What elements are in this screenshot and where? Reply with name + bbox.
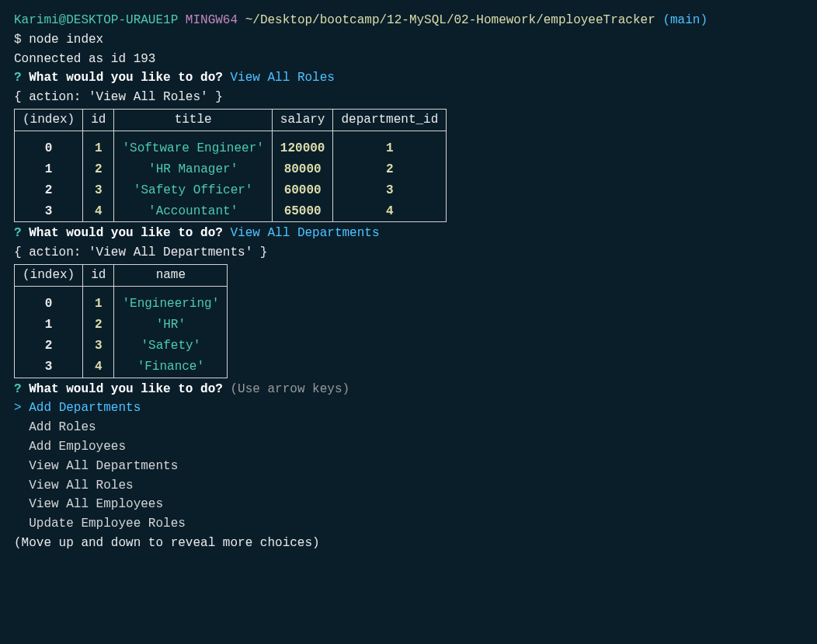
prompt-question-3[interactable]: ? What would you like to do? (Use arrow …	[14, 380, 803, 399]
pointer-icon: >	[14, 401, 22, 415]
prompt-user: Karimi@DESKTOP-URAUE1P	[14, 13, 178, 27]
table-row: 0 1 'Software Engineer' 120000 1	[15, 138, 447, 159]
cell-name: 'Engineering'	[114, 294, 228, 315]
cell-title: 'HR Manager'	[114, 159, 272, 180]
menu-label: View All Employees	[29, 497, 163, 511]
prompt-branch: (main)	[662, 13, 707, 27]
table-row: 1 2 'HR'	[15, 315, 228, 336]
cell-name: 'Finance'	[114, 357, 228, 378]
table-row: 3 4 'Accountant' 65000 4	[15, 201, 447, 222]
cell-salary: 60000	[272, 180, 333, 201]
menu-label: Add Departments	[29, 401, 141, 415]
table-row: 2 3 'Safety'	[15, 336, 228, 357]
question-text: What would you like to do?	[29, 71, 223, 85]
col-id: id	[83, 265, 114, 287]
cell-id: 3	[83, 336, 114, 357]
cell-id: 1	[83, 294, 114, 315]
question-text: What would you like to do?	[29, 382, 223, 396]
cell-id: 1	[83, 138, 114, 159]
action-echo-1: { action: 'View All Roles' }	[14, 88, 803, 107]
cell-index: 2	[15, 336, 83, 357]
cell-index: 3	[15, 357, 83, 378]
table-row: 1 2 'HR Manager' 80000 2	[15, 159, 447, 180]
question-text: What would you like to do?	[29, 226, 223, 240]
cell-title: 'Software Engineer'	[114, 138, 272, 159]
menu-item-update-roles[interactable]: Update Employee Roles	[14, 514, 803, 534]
table-row: 0 1 'Engineering'	[15, 294, 228, 315]
arrow-keys-hint: (Use arrow keys)	[230, 382, 349, 396]
col-department-id: department_id	[333, 109, 447, 131]
cell-salary: 65000	[272, 201, 333, 222]
cell-title: 'Safety Officer'	[114, 180, 272, 201]
move-hint: (Move up and down to reveal more choices…	[14, 534, 803, 553]
cell-index: 0	[15, 294, 83, 315]
menu-label: View All Departments	[29, 459, 178, 473]
connection-status: Connected as id 193	[14, 50, 803, 69]
menu-item-view-employees[interactable]: View All Employees	[14, 495, 803, 514]
question-mark-icon: ?	[14, 226, 22, 240]
command-line: $ node index	[14, 30, 803, 50]
cell-dept: 1	[333, 138, 447, 159]
question-answer-1: View All Roles	[230, 71, 334, 85]
roles-table: (index) id title salary department_id 0 …	[14, 109, 803, 222]
cell-id: 2	[83, 159, 114, 180]
menu-label: Update Employee Roles	[29, 517, 186, 531]
prompt-path: ~/Desktop/bootcamp/12-MySQL/02-Homework/…	[245, 13, 655, 27]
cell-dept: 2	[333, 159, 447, 180]
menu-item-view-roles[interactable]: View All Roles	[14, 476, 803, 496]
cell-index: 2	[15, 180, 83, 201]
departments-table: (index) id name 0 1 'Engineering' 1 2 'H…	[14, 264, 803, 378]
cell-title: 'Accountant'	[114, 201, 272, 222]
question-mark-icon: ?	[14, 71, 22, 85]
cell-index: 1	[15, 315, 83, 336]
question-answer-2: View All Departments	[230, 226, 379, 240]
table-row: 2 3 'Safety Officer' 60000 3	[15, 180, 447, 201]
action-echo-2: { action: 'View All Departments' }	[14, 243, 803, 263]
col-index: (index)	[15, 265, 83, 287]
col-id: id	[83, 109, 114, 131]
question-mark-icon: ?	[14, 382, 22, 396]
menu-item-view-departments[interactable]: View All Departments	[14, 457, 803, 476]
table-header-row: (index) id title salary department_id	[15, 109, 447, 131]
cell-id: 4	[83, 201, 114, 222]
prompt-question-2: ? What would you like to do? View All De…	[14, 224, 803, 243]
col-name: name	[114, 265, 228, 287]
col-salary: salary	[272, 109, 333, 131]
cell-id: 4	[83, 357, 114, 378]
table-row: 3 4 'Finance'	[15, 357, 228, 378]
cell-name: 'Safety'	[114, 336, 228, 357]
cell-index: 0	[15, 138, 83, 159]
cell-salary: 80000	[272, 159, 333, 180]
col-index: (index)	[15, 109, 83, 131]
cell-index: 1	[15, 159, 83, 180]
cell-id: 3	[83, 180, 114, 201]
menu-item-add-departments[interactable]: > Add Departments	[14, 399, 803, 418]
shell-prompt: Karimi@DESKTOP-URAUE1P MINGW64 ~/Desktop…	[14, 11, 803, 30]
menu-label: Add Roles	[29, 420, 96, 434]
cell-dept: 4	[333, 201, 447, 222]
menu-label: View All Roles	[29, 479, 133, 493]
cell-index: 3	[15, 201, 83, 222]
cell-name: 'HR'	[114, 315, 228, 336]
menu-item-add-employees[interactable]: Add Employees	[14, 437, 803, 457]
menu-item-add-roles[interactable]: Add Roles	[14, 418, 803, 437]
table-header-row: (index) id name	[15, 265, 228, 287]
cell-id: 2	[83, 315, 114, 336]
prompt-question-1: ? What would you like to do? View All Ro…	[14, 68, 803, 88]
col-title: title	[114, 109, 272, 131]
cell-dept: 3	[333, 180, 447, 201]
cell-salary: 120000	[272, 138, 333, 159]
menu-label: Add Employees	[29, 440, 126, 454]
prompt-env: MINGW64	[186, 13, 238, 27]
